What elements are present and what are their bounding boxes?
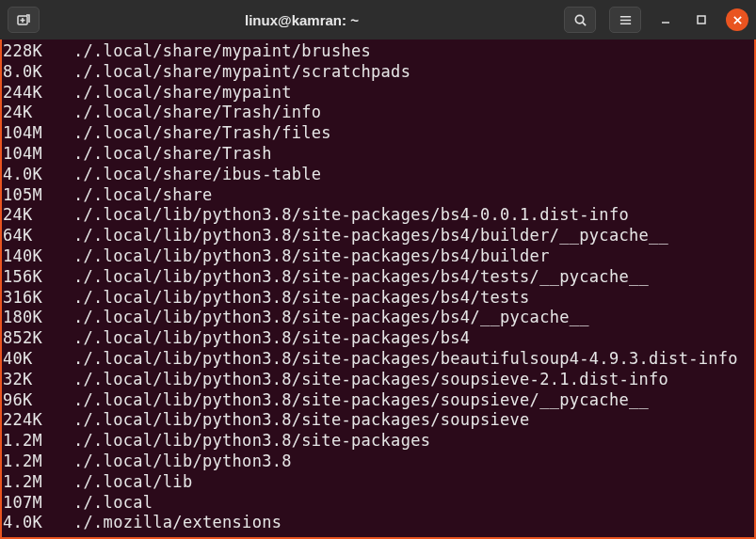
output-line: 105M./.local/share — [3, 185, 754, 206]
window-title: linux@kamran: ~ — [47, 12, 556, 28]
menu-button[interactable] — [609, 7, 641, 33]
path-value: ./.local/share/Trash/info — [73, 103, 321, 123]
output-line: 24K./.local/lib/python3.8/site-packages/… — [3, 205, 754, 226]
size-value: 107M — [3, 493, 73, 514]
close-button[interactable] — [726, 8, 748, 31]
path-value: ./.local/lib — [73, 472, 192, 493]
maximize-button[interactable] — [690, 8, 713, 31]
path-value: ./.local/lib/python3.8/site-packages/sou… — [73, 390, 649, 411]
path-value: ./.local/lib/python3.8/site-packages — [73, 431, 430, 452]
output-line: 316K./.local/lib/python3.8/site-packages… — [3, 288, 754, 309]
size-value: 224K — [3, 410, 73, 431]
output-line: 140K./.local/lib/python3.8/site-packages… — [3, 246, 754, 267]
path-value: ./.local/lib/python3.8/site-packages/bea… — [73, 349, 738, 370]
size-value: 316K — [3, 288, 73, 309]
output-line: 156K./.local/lib/python3.8/site-packages… — [3, 267, 754, 288]
svg-point-1 — [575, 15, 583, 23]
output-line: 1.2M./.local/lib — [3, 472, 754, 493]
size-value: 105M — [3, 185, 73, 206]
path-value: ./.local — [73, 493, 153, 514]
size-value: 852K — [3, 328, 73, 349]
titlebar: linux@kamran: ~ — [0, 0, 756, 40]
titlebar-controls — [564, 7, 748, 33]
size-value: 40K — [3, 349, 73, 370]
minimize-icon — [660, 14, 671, 25]
path-value: ./.local/lib/python3.8/site-packages/bs4… — [73, 288, 530, 309]
path-value: ./.local/lib/python3.8/site-packages/sou… — [73, 370, 668, 390]
output-line: 40K./.local/lib/python3.8/site-packages/… — [3, 349, 754, 370]
path-value: ./.local/lib/python3.8/site-packages/sou… — [73, 410, 530, 431]
path-value: ./.local/lib/python3.8/site-packages/bs4… — [73, 205, 629, 226]
output-line: 4.0K./.local/share/ibus-table — [3, 165, 754, 185]
output-line: 244K./.local/share/mypaint — [3, 83, 754, 103]
path-value: ./.local/lib/python3.8/site-packages/bs4… — [73, 267, 649, 288]
maximize-icon — [696, 14, 707, 25]
size-value: 104M — [3, 144, 73, 165]
path-value: ./.local/lib/python3.8/site-packages/bs4… — [73, 308, 589, 328]
new-tab-icon — [16, 12, 31, 27]
minimize-button[interactable] — [654, 8, 677, 31]
path-value: ./.local/share/mypaint — [73, 83, 292, 103]
output-line: 228K./.local/share/mypaint/brushes — [3, 41, 754, 62]
output-line: 104M./.local/share/Trash/files — [3, 123, 754, 144]
new-tab-button[interactable] — [8, 7, 40, 33]
size-value: 140K — [3, 246, 73, 267]
size-value: 8.0K — [3, 62, 73, 83]
path-value: ./.local/lib/python3.8/site-packages/bs4 — [73, 328, 470, 349]
path-value: ./.local/share/ibus-table — [73, 165, 321, 185]
path-value: ./.local/share/Trash/files — [73, 123, 331, 144]
size-value: 104M — [3, 123, 73, 144]
output-line: 64K./.local/lib/python3.8/site-packages/… — [3, 226, 754, 246]
size-value: 1.2M — [3, 452, 73, 472]
size-value: 24K — [3, 205, 73, 226]
output-line: 104M./.local/share/Trash — [3, 144, 754, 165]
size-value: 24K — [3, 103, 73, 123]
path-value: ./.local/share/Trash — [73, 144, 272, 165]
size-value: 156K — [3, 267, 73, 288]
output-line: 96K./.local/lib/python3.8/site-packages/… — [3, 390, 754, 411]
output-line: 224K./.local/lib/python3.8/site-packages… — [3, 410, 754, 431]
hamburger-icon — [619, 13, 633, 27]
output-line: 1.2M./.local/lib/python3.8 — [3, 452, 754, 472]
size-value: 1.2M — [3, 472, 73, 493]
svg-rect-2 — [698, 16, 705, 24]
size-value: 4.0K — [3, 513, 73, 533]
size-value: 96K — [3, 390, 73, 411]
size-value: 244K — [3, 83, 73, 103]
path-value: ./.local/share/mypaint/brushes — [73, 41, 371, 62]
path-value: ./.local/share — [73, 185, 213, 206]
terminal-output[interactable]: 228K./.local/share/mypaint/brushes8.0K./… — [0, 40, 756, 539]
output-line: 32K./.local/lib/python3.8/site-packages/… — [3, 370, 754, 390]
path-value: ./.local/lib/python3.8 — [73, 452, 292, 472]
size-value: 4.0K — [3, 165, 73, 185]
path-value: ./.local/lib/python3.8/site-packages/bs4… — [73, 246, 550, 267]
output-line: 24K./.local/share/Trash/info — [3, 103, 754, 123]
path-value: ./.local/lib/python3.8/site-packages/bs4… — [73, 226, 668, 246]
output-line: 8.0K./.local/share/mypaint/scratchpads — [3, 62, 754, 83]
output-line: 4.0K./.mozilla/extensions — [3, 513, 754, 533]
close-icon — [732, 15, 743, 25]
output-line: 1.2M./.local/lib/python3.8/site-packages — [3, 431, 754, 452]
path-value: ./.mozilla/extensions — [73, 513, 281, 533]
path-value: ./.local/share/mypaint/scratchpads — [73, 62, 410, 83]
output-line: 107M./.local — [3, 493, 754, 514]
size-value: 228K — [3, 41, 73, 62]
size-value: 32K — [3, 370, 73, 390]
size-value: 64K — [3, 226, 73, 246]
output-line: 180K./.local/lib/python3.8/site-packages… — [3, 308, 754, 328]
output-line: 852K./.local/lib/python3.8/site-packages… — [3, 328, 754, 349]
size-value: 1.2M — [3, 431, 73, 452]
search-icon — [573, 13, 587, 27]
search-button[interactable] — [564, 7, 596, 33]
size-value: 180K — [3, 308, 73, 328]
